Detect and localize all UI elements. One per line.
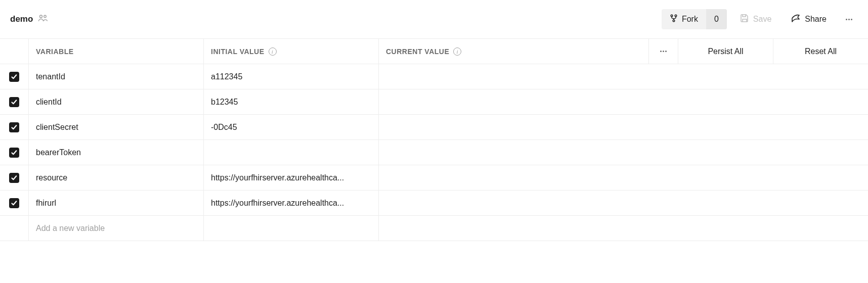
people-icon xyxy=(38,14,48,24)
variable-name-cell[interactable]: bearerToken xyxy=(28,140,203,165)
current-value-cell[interactable] xyxy=(378,191,792,215)
fork-label: Fork xyxy=(682,15,698,24)
initial-value-cell[interactable] xyxy=(203,140,378,165)
save-button: Save xyxy=(734,10,777,29)
row-checkbox[interactable] xyxy=(9,173,19,183)
variable-name-cell[interactable]: resource xyxy=(28,165,203,190)
row-checkbox-cell xyxy=(0,165,28,190)
add-current-value-input[interactable] xyxy=(378,216,792,241)
current-value-cell[interactable] xyxy=(378,115,792,139)
header-variable: VARIABLE xyxy=(28,39,203,64)
initial-value-cell[interactable]: https://yourfhirserver.azurehealthca... xyxy=(203,191,378,215)
share-icon xyxy=(791,14,801,25)
fork-group: Fork 0 xyxy=(662,9,727,29)
header-current-value-label: CURRENT VALUE xyxy=(386,48,449,56)
header-initial-value-label: INITIAL VALUE xyxy=(211,48,265,56)
table-row: resourcehttps://yourfhirserver.azureheal… xyxy=(0,165,868,191)
header-checkbox xyxy=(0,39,28,64)
variable-name-cell[interactable]: clientSecret xyxy=(28,115,203,139)
variables-table: VARIABLE INITIAL VALUE i CURRENT VALUE i… xyxy=(0,38,868,241)
more-icon xyxy=(660,51,667,52)
table-header-row: VARIABLE INITIAL VALUE i CURRENT VALUE i… xyxy=(0,39,868,64)
fork-count[interactable]: 0 xyxy=(706,9,727,29)
svg-point-4 xyxy=(673,20,675,22)
current-value-cell[interactable] xyxy=(378,140,792,165)
header-initial-value: INITIAL VALUE i xyxy=(203,39,378,64)
info-icon[interactable]: i xyxy=(453,48,461,56)
table-row: clientIdb12345 xyxy=(0,89,868,115)
reset-all-button[interactable]: Reset All xyxy=(773,39,868,64)
row-checkbox-cell xyxy=(0,115,28,139)
current-value-cell[interactable] xyxy=(378,89,792,114)
table-row: fhirurlhttps://yourfhirserver.azurehealt… xyxy=(0,191,868,216)
current-value-cell[interactable] xyxy=(378,64,792,89)
row-checkbox[interactable] xyxy=(9,72,19,82)
header-more[interactable] xyxy=(648,39,678,64)
save-label: Save xyxy=(753,15,771,24)
row-checkbox[interactable] xyxy=(9,198,19,208)
row-checkbox-cell xyxy=(0,89,28,114)
add-row-checkbox-cell xyxy=(0,216,28,241)
row-checkbox-cell xyxy=(0,191,28,215)
fork-icon xyxy=(670,14,678,24)
initial-value-cell[interactable]: b12345 xyxy=(203,89,378,114)
svg-point-0 xyxy=(40,15,42,18)
add-variable-input[interactable]: Add a new variable xyxy=(28,216,203,241)
row-checkbox-cell xyxy=(0,140,28,165)
more-button[interactable] xyxy=(840,10,858,28)
table-row: bearerToken xyxy=(0,140,868,165)
add-variable-row: Add a new variable xyxy=(0,216,868,241)
more-icon xyxy=(846,19,852,20)
svg-point-1 xyxy=(44,15,46,17)
save-icon xyxy=(740,14,749,25)
current-value-cell[interactable] xyxy=(378,165,792,190)
table-row: tenantIda112345 xyxy=(0,64,868,89)
svg-point-3 xyxy=(675,15,677,17)
header: demo Fork 0 xyxy=(0,0,868,38)
initial-value-cell[interactable]: -0Dc45 xyxy=(203,115,378,139)
persist-all-button[interactable]: Persist All xyxy=(678,39,773,64)
row-checkbox-cell xyxy=(0,64,28,89)
initial-value-cell[interactable]: a112345 xyxy=(203,64,378,89)
add-initial-value-input[interactable] xyxy=(203,216,378,241)
environment-name: demo xyxy=(10,14,33,24)
variable-name-cell[interactable]: fhirurl xyxy=(28,191,203,215)
header-current-value: CURRENT VALUE i xyxy=(378,39,648,64)
row-checkbox[interactable] xyxy=(9,122,19,132)
share-label: Share xyxy=(805,15,827,24)
row-checkbox[interactable] xyxy=(9,97,19,107)
variable-name-cell[interactable]: clientId xyxy=(28,89,203,114)
table-row: clientSecret-0Dc45 xyxy=(0,115,868,140)
svg-point-2 xyxy=(671,15,673,17)
fork-button[interactable]: Fork xyxy=(662,9,706,29)
info-icon[interactable]: i xyxy=(269,48,277,56)
initial-value-cell[interactable]: https://yourfhirserver.azurehealthca... xyxy=(203,165,378,190)
variable-name-cell[interactable]: tenantId xyxy=(28,64,203,89)
share-button[interactable]: Share xyxy=(785,10,833,29)
row-checkbox[interactable] xyxy=(9,148,19,158)
